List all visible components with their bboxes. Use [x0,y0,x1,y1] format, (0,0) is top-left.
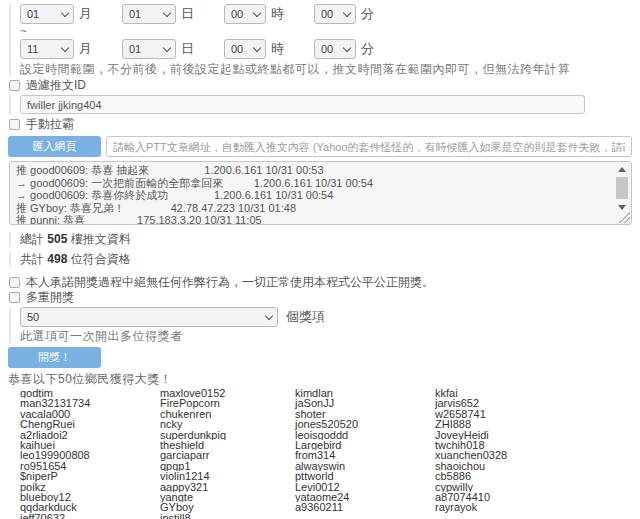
prize-count-select-wrap: 50 [20,307,278,327]
page: 01 月 01 日 00 時 00 分 ~ 11 [0,0,640,519]
winner-name: ChengRuei [20,419,160,429]
time-range-from-row: 01 月 01 日 00 時 00 分 [20,4,632,24]
scrollbar-thumb[interactable] [616,177,628,199]
qualified-count: 498 [47,252,67,266]
winner-name: GYboy [160,502,295,512]
article-url-input[interactable] [106,136,632,157]
qualified-prefix: 共計 [20,252,44,266]
winner-name: yangte [160,492,295,502]
import-button[interactable]: 匯入網頁 [8,136,101,157]
prize-count-select[interactable]: 50 [20,307,278,327]
winner-name: yataome24 [295,492,435,502]
pledge-checkbox-row: 本人承諾開獎過程中絕無任何作弊行為，一切正常使用本程式公平公正開獎。 [8,276,632,289]
time-range-hint: 設定時間範圍，不分前後，前後設定起點或終點都可以，推文時間落在範圍內即可，但無法… [20,62,632,76]
winner-name: shoter [295,409,435,419]
prize-count-row: 50 個獎項 [20,307,632,327]
scroll-up-button[interactable] [614,163,630,175]
winner-name: from314 [295,450,435,460]
prize-count-suffix: 個獎項 [286,308,325,326]
filter-id-input[interactable] [20,95,585,114]
winner-name: cb5886 [435,471,632,481]
qualified-line: 共計 498 位符合資格 [20,252,632,267]
winner-name: jeff70632 [20,513,160,519]
minute-label: 分 [361,40,374,58]
winner-name: a2rliadoi2 [20,430,160,440]
manual-slot-checkbox[interactable] [9,119,20,130]
winner-name: kkfai [435,388,632,398]
to-month-select[interactable]: 11 [20,39,74,59]
total-count: 505 [47,232,67,246]
winner-name: kaihuei [20,440,160,450]
qualified-line-wrap: 共計 498 位符合資格 [9,252,632,267]
results-header: 恭喜以下50位鄉民獲得大獎！ [8,373,632,386]
winner-name: aappy321 [160,482,295,492]
day-label: 日 [181,5,194,23]
manual-slot-label: 手動拉霸 [26,116,74,133]
winner-name: alwayswin [295,461,435,471]
scroll-down-button[interactable] [614,201,630,213]
time-range-separator: ~ [20,26,632,37]
winner-name: FirePopcorn [160,398,295,408]
winner-name: ZHI888 [435,419,632,429]
from-month-select-wrap: 01 [20,4,74,24]
winner-name: w2658741 [435,409,632,419]
winner-name: man32131734 [20,398,160,408]
winners-grid: godtimman32131734vacala000ChengRueia2rli… [8,388,632,519]
import-row: 匯入網頁 [8,136,632,157]
to-day-select-wrap: 01 [122,39,176,59]
winner-name: leoisgoddd [295,430,435,440]
filter-id-checkbox[interactable] [9,80,20,91]
multi-draw-checkbox-row: 多重開獎 [8,291,632,304]
time-range-section: 01 月 01 日 00 時 00 分 ~ 11 [9,4,632,76]
from-day-select-wrap: 01 [122,4,176,24]
hour-label: 時 [271,40,284,58]
winner-name: jarvis652 [435,398,632,408]
winner-name: pttworld [295,471,435,481]
pledge-label: 本人承諾開獎過程中絕無任何作弊行為，一切正常使用本程式公平公正開獎。 [26,274,434,291]
multi-draw-checkbox[interactable] [9,292,20,303]
winner-name: a9360211 [295,502,435,512]
total-prefix: 總計 [20,232,44,246]
prize-count-section: 50 個獎項 此選項可一次開出多位得獎者 [9,307,632,343]
time-range-to-row: 11 月 01 日 00 時 00 分 [20,39,632,59]
from-hour-select-wrap: 00 [224,4,266,24]
filter-id-label: 過濾推文ID [26,77,86,94]
to-minute-select[interactable]: 00 [314,39,356,59]
from-day-select[interactable]: 01 [122,4,176,24]
total-comments-line: 總計 505 樓推文資料 [20,232,632,247]
winner-name: jaSonJJ [295,398,435,408]
to-month-select-wrap: 11 [20,39,74,59]
pledge-checkbox[interactable] [9,277,20,288]
from-minute-select-wrap: 00 [314,4,356,24]
winner-name: superdunkpig [160,430,295,440]
winner-name: leo199900808 [20,450,160,460]
arrow-up-icon [618,167,626,172]
to-day-select[interactable]: 01 [122,39,176,59]
winner-name: violin1214 [160,471,295,481]
to-hour-select[interactable]: 00 [224,39,266,59]
winner-name: chukenren [160,409,295,419]
total-suffix: 樓推文資料 [71,232,131,246]
draw-button-row: 開獎！ [8,347,632,368]
draw-button[interactable]: 開獎！ [8,347,101,368]
from-month-select[interactable]: 01 [20,4,74,24]
from-minute-select[interactable]: 00 [314,4,356,24]
winner-name: Largebird [295,440,435,450]
winner-name: a87074410 [435,492,632,502]
winner-name: kimdlan [295,388,435,398]
winner-name: qpqp1 [160,461,295,471]
multi-draw-hint: 此選項可一次開出多位得獎者 [20,329,632,343]
winner-name: rayrayok [435,502,632,512]
winner-name: qqdarkduck [20,502,160,512]
to-minute-select-wrap: 00 [314,39,356,59]
comments-textarea[interactable] [9,161,632,225]
winner-name: godtim [20,388,160,398]
total-comments-line-wrap: 總計 505 樓推文資料 [9,232,632,247]
from-hour-select[interactable]: 00 [224,4,266,24]
winner-name: maxlove0152 [160,388,295,398]
hour-label: 時 [271,5,284,23]
qualified-suffix: 位符合資格 [71,252,131,266]
day-label: 日 [181,40,194,58]
arrow-down-icon [618,205,626,210]
winner-name: JoveyHeidi [435,430,632,440]
